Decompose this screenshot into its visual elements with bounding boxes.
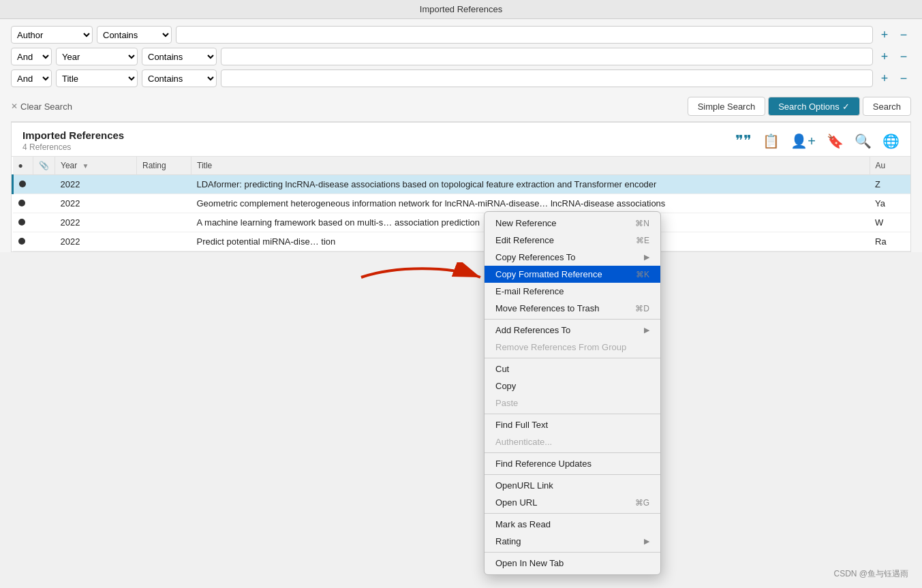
condition-select-2[interactable]: ContainsIs bbox=[142, 48, 217, 65]
search-options-button[interactable]: Search Options ✓ bbox=[768, 97, 860, 116]
remove-row-3-button[interactable]: − bbox=[896, 71, 911, 86]
clipboard-icon[interactable]: 📋 bbox=[763, 133, 780, 149]
row-attach-2 bbox=[33, 213, 55, 232]
col-header-author[interactable]: Au bbox=[870, 157, 910, 175]
col-header-year[interactable]: Year ▼ bbox=[55, 157, 137, 175]
submenu-arrow-copy-references-to: ▶ bbox=[644, 253, 649, 262]
context-menu-item-new-reference[interactable]: New Reference⌘N bbox=[485, 215, 660, 232]
references-header: Imported References 4 References ❞❞ 📋 👤+… bbox=[12, 123, 910, 157]
context-menu-item-copy-references-to[interactable]: Copy References To▶ bbox=[485, 249, 660, 266]
row-attach-0 bbox=[33, 175, 55, 194]
context-menu-label-copy-formatted-reference: Copy Formatted Reference bbox=[495, 269, 602, 279]
context-menu-item-authenticate: Authenticate... bbox=[485, 433, 660, 450]
context-menu-item-add-references-to[interactable]: Add References To▶ bbox=[485, 322, 660, 339]
context-menu-item-find-full-text[interactable]: Find Full Text bbox=[485, 416, 660, 433]
add-row-1-button[interactable]: + bbox=[877, 27, 892, 42]
context-menu-label-find-reference-updates: Find Reference Updates bbox=[495, 459, 591, 469]
context-menu-label-email-reference: E-mail Reference bbox=[495, 286, 564, 296]
bookmark-icon[interactable]: 🔖 bbox=[827, 133, 844, 149]
row-year-1: 2022 bbox=[55, 194, 137, 213]
context-menu-label-open-url: Open URL bbox=[495, 497, 537, 508]
remove-row-2-button[interactable]: − bbox=[896, 49, 911, 64]
context-menu-label-copy: Copy bbox=[495, 381, 516, 391]
field-select-1[interactable]: AuthorYearTitle bbox=[11, 26, 93, 44]
context-menu-label-openurl-link: OpenURL Link bbox=[495, 480, 553, 491]
row-year-0: 2022 bbox=[55, 175, 137, 194]
row-rating-1 bbox=[137, 194, 191, 213]
submenu-arrow-rating: ▶ bbox=[644, 537, 649, 546]
connector-select-2[interactable]: AndOrNot bbox=[11, 48, 52, 65]
context-menu-item-openurl-link[interactable]: OpenURL Link bbox=[485, 477, 660, 494]
context-menu-item-edit-reference[interactable]: Edit Reference⌘E bbox=[485, 232, 660, 249]
shortcut-edit-reference: ⌘E bbox=[636, 236, 649, 245]
context-menu-item-move-to-trash[interactable]: Move References to Trash⌘D bbox=[485, 300, 660, 317]
add-row-3-button[interactable]: + bbox=[877, 71, 892, 86]
context-menu-item-email-reference[interactable]: E-mail Reference bbox=[485, 283, 660, 300]
separator-5 bbox=[485, 319, 660, 320]
row-dot-0 bbox=[13, 175, 33, 194]
search-value-2[interactable] bbox=[221, 48, 873, 65]
separator-13 bbox=[485, 474, 660, 475]
context-menu-label-rating: Rating bbox=[495, 536, 521, 546]
watermark: CSDN @鱼与钰遇雨 bbox=[833, 568, 908, 580]
row-dot-1 bbox=[13, 194, 33, 213]
quote-icon[interactable]: ❞❞ bbox=[735, 132, 752, 150]
col-header-attach: 📎 bbox=[33, 157, 55, 175]
clear-search-button[interactable]: ✕ Clear Search bbox=[11, 102, 72, 112]
row-attach-3 bbox=[33, 232, 55, 251]
globe-icon[interactable]: 🌐 bbox=[882, 133, 900, 149]
separator-10 bbox=[485, 414, 660, 414]
shortcut-open-url: ⌘G bbox=[635, 498, 649, 508]
add-author-icon[interactable]: 👤+ bbox=[790, 133, 816, 149]
shortcut-move-to-trash: ⌘D bbox=[635, 304, 649, 313]
context-menu: New Reference⌘NEdit Reference⌘ECopy Refe… bbox=[484, 211, 661, 575]
table-row[interactable]: 2022 LDAformer: predicting lncRNA-diseas… bbox=[13, 175, 911, 194]
field-select-3[interactable]: TitleAuthorYear bbox=[56, 69, 138, 87]
separator-17 bbox=[485, 552, 660, 553]
references-header-left: Imported References 4 References bbox=[22, 129, 124, 152]
row-dot-2 bbox=[13, 213, 33, 232]
context-menu-item-cut[interactable]: Cut bbox=[485, 360, 660, 377]
remove-row-1-button[interactable]: − bbox=[896, 27, 911, 42]
simple-search-button[interactable]: Simple Search bbox=[688, 97, 766, 116]
author-label: Au bbox=[876, 161, 886, 170]
main-container: AuthorYearTitle ContainsIsBegins with + … bbox=[0, 19, 922, 252]
row-dot-3 bbox=[13, 232, 33, 251]
references-tbody: 2022 LDAformer: predicting lncRNA-diseas… bbox=[13, 175, 911, 251]
row-year-3: 2022 bbox=[55, 232, 137, 251]
table-row[interactable]: 2022 Geometric complement heterogeneous … bbox=[13, 194, 911, 213]
context-menu-label-move-to-trash: Move References to Trash bbox=[495, 303, 599, 313]
condition-select-1[interactable]: ContainsIsBegins with bbox=[97, 26, 172, 44]
action-bar-left: ✕ Clear Search bbox=[11, 102, 72, 112]
connector-select-3[interactable]: AndOrNot bbox=[11, 69, 52, 87]
shortcut-copy-formatted-reference: ⌘K bbox=[636, 270, 649, 279]
search-value-3[interactable] bbox=[221, 69, 873, 87]
title-bar: Imported References bbox=[0, 0, 922, 19]
action-bar-right: Simple Search Search Options ✓ Search bbox=[688, 97, 911, 116]
table-header-row: ● 📎 Year ▼ Rating Title Au bbox=[13, 157, 911, 175]
row-year-2: 2022 bbox=[55, 213, 137, 232]
search-value-1[interactable] bbox=[176, 26, 873, 44]
table-row[interactable]: 2022 A machine learning framework based … bbox=[13, 213, 911, 232]
context-menu-item-mark-as-read[interactable]: Mark as Read bbox=[485, 516, 660, 533]
table-row[interactable]: 2022 Predict potential miRNA-dise… tion … bbox=[13, 232, 911, 251]
context-menu-label-authenticate: Authenticate... bbox=[495, 437, 552, 447]
context-menu-item-open-in-new-tab[interactable]: Open In New Tab bbox=[485, 555, 660, 572]
context-menu-item-rating[interactable]: Rating▶ bbox=[485, 533, 660, 550]
context-menu-item-open-url[interactable]: Open URL⌘G bbox=[485, 494, 660, 511]
search-row-2: AndOrNot YearAuthorTitle ContainsIs + − bbox=[11, 48, 911, 65]
condition-select-3[interactable]: ContainsIs bbox=[142, 69, 217, 87]
col-header-rating[interactable]: Rating bbox=[137, 157, 191, 175]
context-menu-item-copy-formatted-reference[interactable]: Copy Formatted Reference⌘K bbox=[485, 266, 660, 283]
col-header-title[interactable]: Title bbox=[191, 157, 870, 175]
row-rating-2 bbox=[137, 213, 191, 232]
row-title-1: Geometric complement heterogeneous infor… bbox=[191, 194, 870, 213]
add-row-2-button[interactable]: + bbox=[877, 49, 892, 64]
magnify-icon[interactable]: 🔍 bbox=[855, 133, 872, 149]
context-menu-item-copy[interactable]: Copy bbox=[485, 377, 660, 394]
row-rating-0 bbox=[137, 175, 191, 194]
field-select-2[interactable]: YearAuthorTitle bbox=[56, 48, 138, 65]
search-button[interactable]: Search bbox=[863, 97, 911, 116]
context-menu-item-find-reference-updates[interactable]: Find Reference Updates bbox=[485, 455, 660, 472]
context-menu-label-paste: Paste bbox=[495, 398, 518, 408]
